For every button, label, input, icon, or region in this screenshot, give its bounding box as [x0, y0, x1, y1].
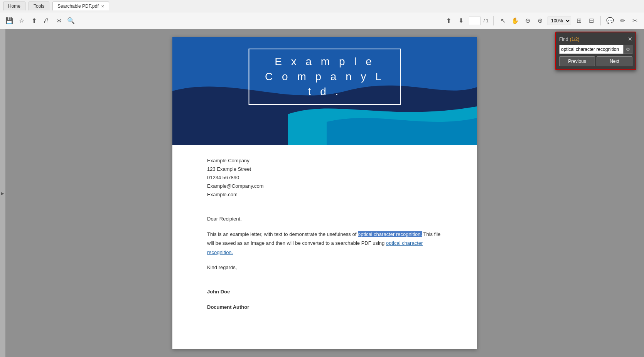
bookmark-icon[interactable]: ☆ [17, 16, 26, 25]
signature-title: Document Author [207, 303, 442, 312]
find-toolbar: Find (1/2) ✕ ⚙ Previous Next [555, 32, 636, 70]
find-input-row: ⚙ [559, 45, 632, 54]
eraser-icon[interactable]: ✂ [630, 16, 639, 25]
find-buttons: Previous Next [559, 56, 632, 66]
address-line1: Example Company [207, 157, 477, 165]
prev-page-icon[interactable]: ⬆ [444, 16, 453, 25]
para1-before: This is an example letter, with text to … [207, 231, 358, 237]
highlight-ocr-1: optical character recognition. [358, 231, 422, 237]
sidebar-toggle-icon: ▶ [1, 191, 4, 195]
find-close-button[interactable]: ✕ [628, 36, 632, 42]
paragraph1: This is an example letter, with text to … [207, 230, 442, 257]
find-search-input[interactable] [559, 45, 623, 54]
main-toolbar: 💾 ☆ ⬆ 🖨 ✉ 🔍 ⬆ ⬇ 1 / 1 ↖ ✋ ⊖ ⊕ 100% 75% 1… [0, 12, 644, 29]
address-line4: Example@Company.com [207, 182, 477, 190]
pan-tool-icon[interactable]: ✋ [511, 16, 520, 25]
pencil-icon[interactable]: ✏ [618, 16, 627, 25]
comment-icon[interactable]: 💬 [605, 16, 615, 25]
company-title-line1: E x a m p l e [261, 54, 389, 69]
search-icon[interactable]: 🔍 [66, 16, 76, 25]
pdf-body: Dear Recipient, This is an example lette… [172, 207, 477, 325]
tab-close-icon[interactable]: ✕ [101, 4, 104, 8]
address-line5: Example.com [207, 190, 477, 199]
fit-page-icon[interactable]: ⊞ [574, 16, 583, 25]
closing: Kind regards, [207, 263, 442, 272]
pdf-header: E x a m p l e C o m p a n y L t d . [172, 37, 477, 145]
zoom-select[interactable]: 100% 75% 125% 150% [548, 17, 571, 25]
find-title: Find [559, 37, 568, 42]
find-settings-icon[interactable]: ⚙ [623, 45, 632, 54]
separator-1 [493, 16, 494, 25]
find-header: Find (1/2) ✕ [559, 35, 632, 42]
tab-pdf[interactable]: Searchable PDF.pdf ✕ [52, 2, 109, 10]
tab-tools[interactable]: Tools [29, 2, 49, 10]
select-tool-icon[interactable]: ↖ [498, 16, 507, 25]
upload-icon[interactable]: ⬆ [29, 16, 39, 25]
address-line3: 01234 567890 [207, 173, 477, 182]
tab-pdf-label: Searchable PDF.pdf [57, 3, 99, 9]
print-icon[interactable]: 🖨 [42, 16, 51, 25]
signature-name: John Doe [207, 287, 442, 296]
zoom-out-icon[interactable]: ⊖ [523, 16, 532, 25]
find-next-button[interactable]: Next [597, 56, 632, 66]
zoom-in-icon[interactable]: ⊕ [535, 16, 545, 25]
find-count: (1/2) [570, 37, 580, 42]
tab-tools-label: Tools [34, 3, 44, 9]
page-number-input[interactable]: 1 [469, 17, 480, 25]
pdf-page: E x a m p l e C o m p a n y L t d . Exam… [172, 37, 477, 349]
separator-2 [600, 16, 601, 25]
main-content: ▶ E x a m p l e C o m p a n [0, 29, 644, 357]
pdf-area[interactable]: E x a m p l e C o m p a n y L t d . Exam… [5, 29, 644, 357]
save-icon[interactable]: 💾 [5, 16, 14, 25]
next-page-icon[interactable]: ⬇ [457, 16, 466, 25]
address-line2: 123 Example Street [207, 165, 477, 173]
salutation: Dear Recipient, [207, 214, 442, 223]
company-title-line2: C o m p a n y L t d . [261, 69, 389, 99]
pdf-address: Example Company 123 Example Street 01234… [172, 145, 477, 207]
tab-bar: Home Tools Searchable PDF.pdf ✕ [0, 0, 644, 12]
sidebar-toggle[interactable]: ▶ [0, 29, 5, 357]
mail-icon[interactable]: ✉ [54, 16, 63, 25]
tab-home[interactable]: Home [3, 2, 25, 10]
page-total: / 1 [484, 18, 489, 24]
company-title-box: E x a m p l e C o m p a n y L t d . [249, 49, 401, 105]
fit-width-icon[interactable]: ⊟ [587, 16, 596, 25]
find-previous-button[interactable]: Previous [559, 56, 595, 66]
tab-home-label: Home [8, 3, 20, 9]
